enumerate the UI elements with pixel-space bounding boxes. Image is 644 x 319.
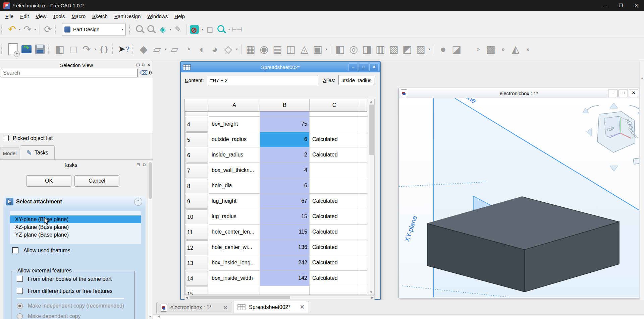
corner-header[interactable] — [185, 99, 209, 111]
edit-sketch-icon[interactable]: ▱ — [168, 43, 181, 56]
independent-copy-radio[interactable] — [17, 303, 23, 309]
clear-search-icon[interactable]: ⌫ — [140, 69, 148, 76]
ok-button[interactable]: OK — [26, 175, 71, 187]
open-document-icon[interactable] — [20, 43, 33, 56]
expression-icon[interactable]: { } — [97, 43, 111, 56]
cell-d[interactable] — [359, 255, 367, 271]
cell-b[interactable]: 75 — [260, 117, 310, 132]
tab-tasks[interactable]: ✎ Tasks — [20, 145, 55, 160]
paste-dropdown-icon[interactable]: ▾ — [93, 47, 97, 51]
transform-icon[interactable]: ◭ — [509, 43, 522, 56]
different-parts-checkbox[interactable] — [17, 288, 23, 294]
scroll-down-icon[interactable]: ▼ — [149, 315, 152, 318]
cell-c[interactable]: Calculated — [310, 255, 359, 271]
copy-icon[interactable]: ◻ — [66, 43, 80, 56]
cell-d[interactable] — [359, 271, 367, 286]
cell-b[interactable] — [260, 286, 310, 295]
save-document-icon[interactable] — [33, 43, 47, 56]
pattern-icon[interactable]: ▩ — [484, 43, 497, 56]
menu-windows[interactable]: Windows — [144, 12, 171, 20]
menu-macro[interactable]: Macro — [68, 12, 89, 20]
subtractive-loft-icon[interactable]: ▥ — [374, 43, 387, 56]
column-header-a[interactable]: A — [209, 99, 260, 111]
dock-close-icon[interactable]: ✕ — [147, 62, 151, 68]
menu-help[interactable]: Help — [171, 12, 188, 20]
cut-icon[interactable]: ◧ — [53, 43, 66, 56]
cell-b[interactable]: 242 — [260, 255, 310, 271]
dock-float-icon[interactable]: ⧉ — [142, 62, 145, 68]
menu-part-design[interactable]: Part Design — [111, 12, 144, 20]
menu-view[interactable]: View — [32, 12, 50, 20]
row-header[interactable]: 9 — [185, 194, 208, 209]
menu-sketch[interactable]: Sketch — [89, 12, 111, 20]
scroll-down-icon[interactable]: ▼ — [370, 291, 373, 294]
toolbar-grip[interactable] — [48, 45, 52, 54]
dependent-copy-radio[interactable] — [17, 313, 23, 319]
navigation-cube[interactable]: TOP REAR RIGHT — [583, 103, 639, 171]
allow-used-checkbox[interactable] — [12, 247, 18, 253]
clone-icon[interactable]: ◕ — [208, 43, 221, 56]
toolbar-overflow-icon[interactable]: » — [473, 44, 484, 55]
cell-a[interactable]: hole_center_len... — [209, 225, 260, 240]
redo-icon[interactable]: ↷ — [22, 24, 33, 35]
cell-d[interactable] — [359, 240, 367, 255]
list-item-xy-plane[interactable]: XY-plane (Base plane) — [10, 215, 141, 223]
menu-edit[interactable]: Edit — [17, 12, 32, 20]
clipping-dropdown-icon[interactable]: ▾ — [200, 27, 204, 31]
spreadsheet-maximize-button[interactable]: □ — [359, 63, 368, 71]
paste-icon[interactable]: ↷ — [80, 43, 93, 56]
cell-c[interactable] — [310, 178, 359, 194]
cell-a[interactable]: box_inside_leng... — [209, 255, 260, 271]
cell-a[interactable]: box_height — [209, 117, 260, 132]
create-datum-icon[interactable]: ◇ — [221, 43, 235, 56]
datum-dropdown-icon[interactable]: ▾ — [235, 47, 239, 51]
additive-loft-icon[interactable]: ▤ — [271, 43, 284, 56]
scroll-up-icon[interactable]: ▲ — [641, 76, 644, 80]
cell-a[interactable]: box_wall_thickn... — [209, 163, 260, 178]
column-header-c[interactable]: C — [310, 99, 359, 111]
row-header[interactable]: 13 — [185, 256, 208, 270]
cell-b[interactable]: 15 — [260, 209, 310, 225]
close-tab-icon[interactable]: ✕ — [223, 304, 228, 311]
menu-tools[interactable]: Tools — [50, 12, 68, 20]
refresh-icon[interactable]: ⟳ — [42, 24, 54, 35]
window-minimize-button[interactable]: — — [598, 0, 613, 11]
3d-view-titlebar[interactable]: electronicbox : 1* – □ ✕ — [399, 88, 639, 99]
scroll-right-icon[interactable]: ▶ — [371, 296, 374, 299]
cell-a[interactable]: hole_dia — [209, 178, 260, 194]
menu-file[interactable]: File — [2, 12, 17, 20]
hscrollbar-thumb[interactable] — [190, 296, 290, 299]
cell-b[interactable]: 142 — [260, 271, 310, 286]
row-header[interactable]: 12 — [185, 240, 208, 255]
row-header[interactable]: 15 — [185, 286, 208, 295]
redo-dropdown-icon[interactable]: ▾ — [33, 27, 37, 31]
validate-sketch-icon[interactable]: ◔ — [181, 43, 195, 56]
cancel-button[interactable]: Cancel — [74, 175, 119, 187]
cell-b[interactable]: 136 — [260, 240, 310, 255]
fillet-icon[interactable]: ● — [436, 43, 450, 56]
close-tab-icon[interactable]: ✕ — [300, 304, 305, 311]
content-input[interactable] — [207, 75, 318, 85]
pocket-icon[interactable]: ◧ — [333, 43, 347, 56]
fit-all-icon[interactable] — [134, 24, 146, 35]
toolbar-grip[interactable] — [1, 45, 5, 54]
scroll-left-icon[interactable]: ◀ — [185, 296, 188, 299]
toolbar-grip[interactable] — [55, 25, 59, 34]
subtractive-helix-icon[interactable]: ◩ — [400, 43, 414, 56]
sketch-dropdown-icon[interactable]: ▾ — [164, 47, 168, 51]
cell-b[interactable]: 4 — [260, 163, 310, 178]
toolbar-overflow-icon[interactable]: » — [522, 44, 534, 55]
create-sketch-icon[interactable]: ▱ — [150, 43, 164, 56]
window-maximize-button[interactable]: ❐ — [613, 0, 629, 11]
undo-dropdown-icon[interactable]: ▾ — [18, 27, 22, 31]
spreadsheet-titlebar[interactable]: Spreadsheet002* – □ ✕ — [181, 62, 380, 72]
3d-maximize-button[interactable]: □ — [619, 89, 628, 97]
cell-c[interactable]: Calculated — [310, 209, 359, 225]
vscrollbar-thumb[interactable] — [369, 105, 374, 155]
spreadsheet-close-button[interactable]: ✕ — [369, 63, 379, 71]
sync-dropdown-icon[interactable]: ▾ — [227, 27, 231, 31]
row-header[interactable]: 14 — [185, 271, 208, 286]
3d-minimize-button[interactable]: – — [608, 89, 618, 97]
new-document-icon[interactable]: + — [6, 43, 20, 56]
cell-c[interactable]: Calculated — [310, 194, 359, 209]
